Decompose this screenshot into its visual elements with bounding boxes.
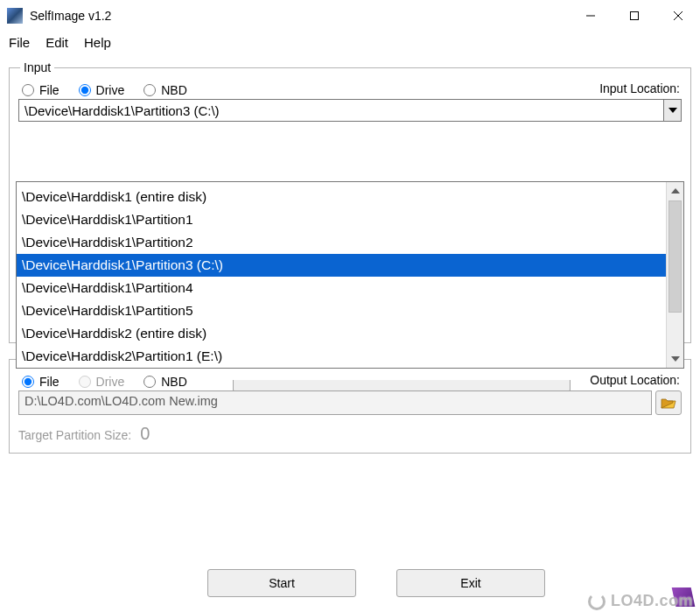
exit-button[interactable]: Exit bbox=[396, 569, 545, 597]
dropdown-item[interactable]: \Device\Harddisk2 (entire disk) bbox=[17, 322, 666, 345]
scroll-down-button[interactable] bbox=[667, 350, 683, 368]
scroll-up-button[interactable] bbox=[667, 182, 683, 200]
input-legend: Input bbox=[20, 60, 54, 74]
dropdown-scrollbar[interactable] bbox=[666, 182, 683, 368]
dropdown-item[interactable]: \Device\Harddisk1\Partition3 (C:\) bbox=[17, 254, 666, 277]
input-location-combo[interactable]: \Device\Harddisk1\Partition3 (C:\) bbox=[18, 99, 682, 122]
output-radio-drive: Drive bbox=[79, 375, 125, 389]
dropdown-item[interactable]: \Device\Harddisk1\Partition4 bbox=[17, 277, 666, 299]
svg-marker-4 bbox=[668, 108, 677, 113]
dropdown-item[interactable]: \Device\Harddisk1\Partition5 bbox=[17, 299, 666, 322]
window-title: SelfImage v1.2 bbox=[30, 9, 569, 23]
menu-help[interactable]: Help bbox=[84, 35, 111, 50]
radio-out-nbd[interactable] bbox=[144, 376, 156, 388]
titlebar: SelfImage v1.2 bbox=[0, 0, 700, 32]
output-radio-nbd[interactable]: NBD bbox=[144, 375, 187, 389]
folder-open-icon bbox=[661, 397, 676, 409]
dropdown-item[interactable]: \Device\Harddisk1\Partition1 bbox=[17, 208, 666, 231]
radio-out-drive bbox=[79, 376, 91, 388]
svg-rect-1 bbox=[631, 11, 639, 19]
browse-button[interactable] bbox=[655, 390, 682, 415]
close-button[interactable] bbox=[656, 3, 700, 29]
radio-drive[interactable] bbox=[79, 84, 91, 96]
minimize-button[interactable] bbox=[569, 3, 612, 29]
start-button[interactable]: Start bbox=[207, 569, 356, 597]
dropdown-item[interactable]: \Device\Harddisk2\Partition1 (E:\) bbox=[17, 345, 666, 368]
bottom-buttons: Start Exit bbox=[0, 569, 700, 597]
input-location-value: \Device\Harddisk1\Partition3 (C:\) bbox=[19, 100, 663, 121]
maximize-button[interactable] bbox=[612, 3, 656, 29]
input-radio-drive[interactable]: Drive bbox=[79, 83, 125, 97]
app-icon bbox=[7, 8, 23, 24]
output-radio-file[interactable]: File bbox=[22, 375, 60, 389]
menu-edit[interactable]: Edit bbox=[46, 35, 68, 50]
dropdown-item[interactable]: \Device\Harddisk1 (entire disk) bbox=[17, 186, 666, 208]
corner-decorative-icon bbox=[672, 587, 696, 607]
target-partition-label: Target Partition Size: bbox=[18, 428, 131, 442]
radio-out-file[interactable] bbox=[22, 376, 34, 388]
menu-file[interactable]: File bbox=[9, 35, 30, 50]
dropdown-list: \Device\Harddisk1 (entire disk)\Device\H… bbox=[17, 182, 666, 368]
radio-nbd[interactable] bbox=[144, 84, 156, 96]
dropdown-item[interactable]: \Device\Harddisk1\Partition2 bbox=[17, 231, 666, 254]
menubar: File Edit Help bbox=[0, 32, 700, 59]
output-location-row: D:\LO4D.com\LO4D.com New.img bbox=[18, 390, 682, 415]
radio-file[interactable] bbox=[22, 84, 34, 96]
combo-dropdown-button[interactable] bbox=[663, 100, 681, 121]
input-radio-file[interactable]: File bbox=[22, 83, 60, 97]
target-partition-value: 0 bbox=[140, 424, 150, 444]
target-partition-row: Target Partition Size: 0 bbox=[18, 424, 682, 444]
output-path-field[interactable]: D:\LO4D.com\LO4D.com New.img bbox=[18, 390, 652, 415]
input-radio-nbd[interactable]: NBD bbox=[144, 83, 187, 97]
input-dropdown: \Device\Harddisk1 (entire disk)\Device\H… bbox=[16, 181, 684, 369]
